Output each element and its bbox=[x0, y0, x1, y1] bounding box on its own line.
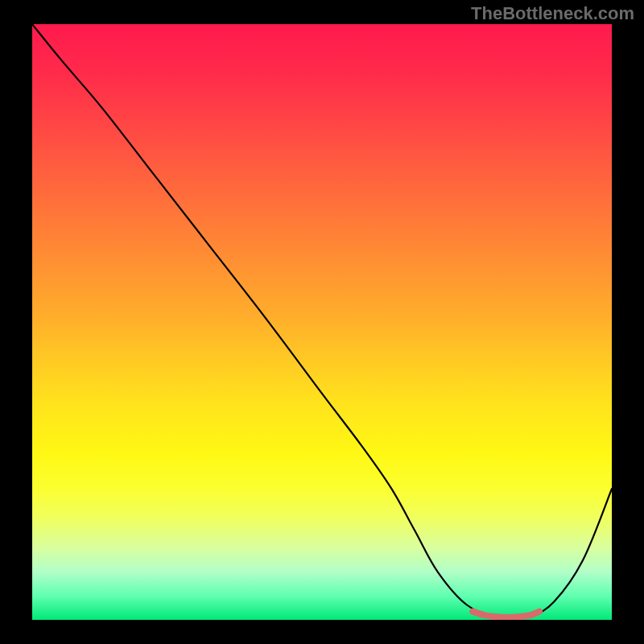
watermark-text: TheBottleneck.com bbox=[471, 3, 634, 24]
main-curve bbox=[32, 24, 612, 618]
curve-layer bbox=[32, 24, 612, 620]
plot-area bbox=[32, 24, 612, 620]
highlight-segment bbox=[473, 612, 539, 617]
chart-container: TheBottleneck.com bbox=[0, 0, 644, 644]
